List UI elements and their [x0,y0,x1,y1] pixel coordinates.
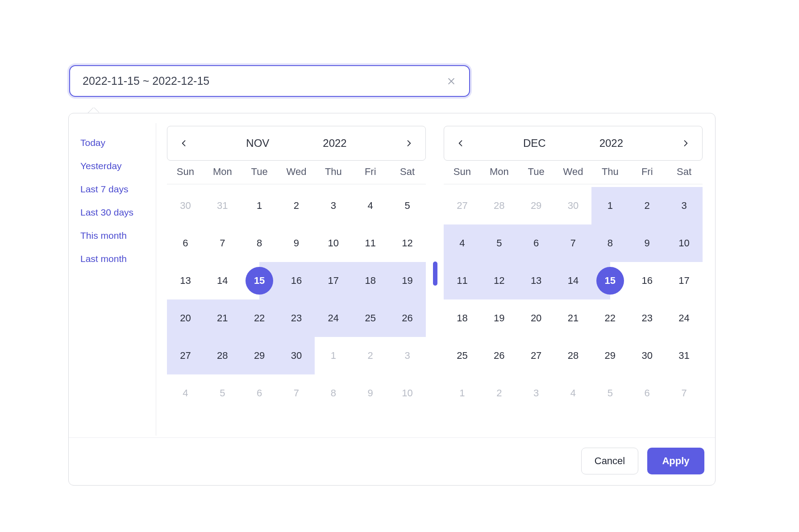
day-cell[interactable]: 14 [555,262,592,299]
day-cell[interactable]: 11 [352,224,389,262]
day-cell[interactable]: 22 [591,299,628,337]
clear-icon[interactable] [446,76,457,87]
calendar-year-label[interactable]: 2022 [599,137,623,150]
day-cell[interactable]: 8 [591,224,628,262]
shortcut-item[interactable]: This month [80,224,156,247]
day-cell[interactable]: 18 [352,262,389,299]
day-cell[interactable]: 23 [628,299,666,337]
prev-month-button[interactable] [453,136,468,151]
day-cell[interactable]: 4 [167,374,204,412]
day-cell[interactable]: 18 [444,299,481,337]
day-cell[interactable]: 21 [555,299,592,337]
day-cell[interactable]: 5 [591,374,628,412]
day-cell[interactable]: 15 [241,262,278,299]
day-cell[interactable]: 3 [666,187,703,224]
day-cell[interactable]: 4 [444,224,481,262]
day-cell[interactable]: 12 [389,224,426,262]
day-cell[interactable]: 10 [666,224,703,262]
day-cell[interactable]: 30 [555,187,592,224]
day-cell[interactable]: 13 [518,262,555,299]
day-cell[interactable]: 29 [518,187,555,224]
day-cell[interactable]: 1 [315,337,352,374]
date-range-input[interactable]: 2022-11-15 ~ 2022-12-15 [69,65,470,97]
day-cell[interactable]: 6 [241,374,278,412]
day-cell[interactable]: 14 [204,262,241,299]
day-cell[interactable]: 9 [278,224,315,262]
apply-button[interactable]: Apply [647,448,704,474]
day-cell[interactable]: 3 [389,337,426,374]
day-cell[interactable]: 22 [241,299,278,337]
prev-month-button[interactable] [176,136,191,151]
day-cell[interactable]: 19 [481,299,518,337]
day-cell[interactable]: 5 [389,187,426,224]
day-cell[interactable]: 6 [167,224,204,262]
day-cell[interactable]: 2 [352,337,389,374]
cancel-button[interactable]: Cancel [581,448,638,474]
next-month-button[interactable] [678,136,693,151]
day-cell[interactable]: 17 [315,262,352,299]
day-cell[interactable]: 16 [278,262,315,299]
shortcut-item[interactable]: Today [80,131,156,154]
day-cell[interactable]: 20 [518,299,555,337]
day-cell[interactable]: 6 [518,224,555,262]
shortcut-item[interactable]: Last 30 days [80,201,156,224]
calendar-year-label[interactable]: 2022 [323,137,346,150]
day-cell[interactable]: 29 [241,337,278,374]
day-cell[interactable]: 27 [518,337,555,374]
day-cell[interactable]: 19 [389,262,426,299]
day-cell[interactable]: 1 [591,187,628,224]
day-cell[interactable]: 28 [204,337,241,374]
day-cell[interactable]: 5 [481,224,518,262]
day-cell[interactable]: 16 [628,262,666,299]
day-cell[interactable]: 26 [481,337,518,374]
day-cell[interactable]: 7 [204,224,241,262]
calendar-month-label[interactable]: DEC [523,137,546,150]
shortcut-item[interactable]: Yesterday [80,154,156,178]
next-month-button[interactable] [401,136,416,151]
day-cell[interactable]: 27 [444,187,481,224]
day-cell[interactable]: 9 [628,224,666,262]
day-cell[interactable]: 1 [444,374,481,412]
day-cell[interactable]: 3 [518,374,555,412]
day-cell[interactable]: 20 [167,299,204,337]
day-cell[interactable]: 10 [315,224,352,262]
day-cell[interactable]: 15 [591,262,628,299]
shortcut-item[interactable]: Last 7 days [80,178,156,201]
day-cell[interactable]: 6 [628,374,666,412]
day-cell[interactable]: 30 [628,337,666,374]
day-cell[interactable]: 8 [241,224,278,262]
day-cell[interactable]: 4 [352,187,389,224]
day-cell[interactable]: 29 [591,337,628,374]
shortcut-item[interactable]: Last month [80,247,156,270]
day-cell[interactable]: 31 [204,187,241,224]
day-cell[interactable]: 4 [555,374,592,412]
day-cell[interactable]: 2 [278,187,315,224]
day-cell[interactable]: 17 [666,262,703,299]
day-cell[interactable]: 7 [278,374,315,412]
day-cell[interactable]: 7 [666,374,703,412]
day-cell[interactable]: 7 [555,224,592,262]
day-cell[interactable]: 25 [444,337,481,374]
day-cell[interactable]: 30 [278,337,315,374]
day-cell[interactable]: 30 [167,187,204,224]
day-cell[interactable]: 2 [628,187,666,224]
day-cell[interactable]: 9 [352,374,389,412]
day-cell[interactable]: 25 [352,299,389,337]
day-cell[interactable]: 8 [315,374,352,412]
day-cell[interactable]: 11 [444,262,481,299]
day-cell[interactable]: 5 [204,374,241,412]
day-cell[interactable]: 10 [389,374,426,412]
day-cell[interactable]: 28 [481,187,518,224]
day-cell[interactable]: 1 [241,187,278,224]
day-cell[interactable]: 26 [389,299,426,337]
day-cell[interactable]: 3 [315,187,352,224]
day-cell[interactable]: 27 [167,337,204,374]
day-cell[interactable]: 21 [204,299,241,337]
day-cell[interactable]: 24 [315,299,352,337]
day-cell[interactable]: 31 [666,337,703,374]
day-cell[interactable]: 13 [167,262,204,299]
day-cell[interactable]: 24 [666,299,703,337]
day-cell[interactable]: 28 [555,337,592,374]
day-cell[interactable]: 2 [481,374,518,412]
calendar-month-label[interactable]: NOV [246,137,269,150]
